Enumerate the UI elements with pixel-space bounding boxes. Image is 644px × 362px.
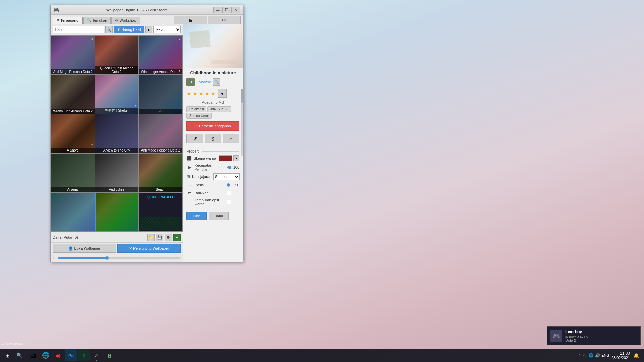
wallpaper-label: Beach (139, 187, 182, 192)
clock-area[interactable]: 21:30 23/02/2021 (611, 351, 630, 360)
position-icon: ↔ (186, 182, 193, 188)
settings-button[interactable]: ⚙ (208, 16, 241, 24)
playlist-save-button[interactable]: 💾 (156, 234, 163, 241)
wallpaper-item[interactable]: Arsenal (51, 154, 95, 192)
minimize-button[interactable]: — (213, 7, 222, 13)
color-swatch[interactable] (219, 155, 232, 161)
playlist-add-button[interactable]: + (173, 234, 181, 241)
title-bar: 🎮 Wallpaper Engine 1.5.2 - Edisi Steam —… (51, 5, 243, 15)
star-4: ★ (205, 90, 209, 97)
position-control: 50 (227, 183, 239, 187)
taskbar-item-file-explorer[interactable]: 🗂 (27, 349, 39, 361)
flip-control (227, 191, 239, 195)
wallpaper-item[interactable]: ✦ デデデ！Shelter (95, 75, 139, 114)
ok-button[interactable]: Oke (186, 212, 207, 220)
open-wallpaper-button[interactable]: 👤 Buka Wallpaper (53, 244, 116, 253)
wallpaper-badge: ♥ (91, 37, 93, 41)
search-author-button[interactable]: 🔍 (213, 78, 220, 86)
monitor-button[interactable]: 🖥 (174, 16, 207, 24)
tray-icon-network[interactable]: 🌐 (588, 353, 593, 358)
refresh-button[interactable]: ↺ (186, 134, 203, 143)
edit-wallpaper-button[interactable]: ✕ Penyunting Wallpaper (117, 244, 181, 253)
color-dropdown-button[interactable]: ▼ (233, 155, 239, 161)
wallpaper-item[interactable]: Beach (139, 154, 182, 192)
maximize-button[interactable]: ☐ (222, 7, 231, 13)
align-select[interactable]: Sampul Regangkan Penuhi Sesuaikan (213, 173, 240, 180)
wallpaper-item[interactable]: 2B (139, 75, 182, 114)
wallpaper-label: A view to The City (95, 148, 139, 153)
taskbar-search-button[interactable]: 🔍 (13, 350, 25, 361)
clock-time: 21:30 (611, 351, 630, 356)
scrollbar[interactable] (241, 89, 243, 156)
search-button[interactable]: 🔍 (105, 26, 113, 33)
wallpaper-item[interactable]: Anti Mage Persona Dota 2 ♥ (51, 36, 95, 74)
wallpaper-badge: ♥ (179, 37, 181, 41)
wallpaper-label: Audiophile (95, 187, 139, 192)
filter-button[interactable]: ▼ Saring hasil (114, 26, 144, 33)
tab-discover[interactable]: 🔍 Temukan (83, 17, 111, 24)
wallpaper-item[interactable]: Queen Of Pain Arcana Dota 2 (95, 36, 139, 74)
scrollbar-thumb[interactable] (241, 89, 243, 103)
start-button[interactable]: ⊞ (1, 349, 13, 361)
tray-lang[interactable]: ENG (601, 353, 609, 357)
show-hidden-button[interactable]: ^ (578, 354, 580, 357)
wallpaper-item[interactable]: A view to The City (95, 114, 139, 153)
tab-discover-label: Temukan (92, 18, 107, 22)
wallpaper-item[interactable]: ✦ A Shore (51, 114, 95, 153)
wallpaper-item[interactable]: Wraith King Arcana Dota 2 (51, 75, 95, 114)
speed-slider[interactable] (227, 165, 230, 170)
taskbar-item-steam[interactable]: ♨ (91, 349, 103, 361)
search-input[interactable] (53, 26, 104, 33)
taskbar-item-browser[interactable]: 🌐 (40, 349, 52, 361)
playlist-settings-button[interactable]: ⚙ (165, 234, 172, 241)
action-buttons: ↺ ⎘ ⚠ (183, 133, 243, 145)
position-slider[interactable] (227, 183, 230, 187)
cancel-button[interactable]: Batal (209, 212, 229, 220)
position-thumb[interactable] (227, 183, 230, 187)
wallpaper-item[interactable]: Audiophile (95, 154, 139, 192)
watermark: tumblergrosir (2, 341, 23, 345)
title-bar-buttons: — ☐ ✕ (213, 7, 240, 13)
taskbar-item-photoshop[interactable]: Ps (65, 349, 77, 361)
playlist-folder-button[interactable]: 📁 (147, 234, 155, 241)
unsubscribe-button[interactable]: ✕ Berhenti langganan (186, 121, 239, 131)
wallpaper-label: デデデ！Shelter (95, 108, 139, 114)
ok-cancel-row: Oke Batal (183, 209, 243, 222)
tab-bar: ⊕ Terpasang 🔍 Temukan ⚙ Workshop 🖥 ⚙ (51, 15, 243, 24)
color-scheme-icon: ⬛ (186, 155, 192, 161)
tab-installed[interactable]: ⊕ Terpasang (53, 17, 83, 24)
speed-label: Kecepatan Pemutar (195, 163, 225, 171)
brightness-slider[interactable] (58, 256, 181, 260)
filter-label: Saring hasil (122, 27, 141, 32)
tab-workshop[interactable]: ⚙ Workshop (111, 17, 140, 24)
notification-button[interactable]: 🔔 (632, 350, 640, 361)
align-icon: ⊞ (186, 174, 190, 180)
close-button[interactable]: ✕ (231, 7, 240, 13)
color-scheme-control: ▼ (219, 155, 239, 161)
color-options-checkbox[interactable] (227, 200, 231, 204)
align-label: Kesejajaran (192, 175, 211, 179)
speed-thumb[interactable] (228, 166, 231, 169)
flip-checkbox[interactable] (227, 191, 231, 195)
window-title: Wallpaper Engine 1.5.2 - Edisi Steam (60, 8, 213, 12)
wallpaper-item-selected[interactable] (95, 193, 139, 231)
alert-button[interactable]: ⚠ (223, 134, 239, 143)
star-1: ★ (186, 90, 191, 97)
taskbar-item-task-manager[interactable]: ▦ (103, 349, 115, 361)
taskbar-item-chrome[interactable]: ◉ (52, 349, 64, 361)
favorite-button[interactable]: ♥ (218, 89, 227, 98)
copy-button[interactable]: ⎘ (205, 134, 221, 143)
tray-icon-alert[interactable]: △ (581, 353, 587, 358)
sort-arrow-button[interactable]: ▲ (145, 26, 152, 33)
taskbar-item-excel[interactable]: X (78, 349, 90, 361)
tray-icon-volume[interactable]: 🔊 (595, 353, 600, 358)
cue-pattern (140, 217, 181, 230)
sort-select[interactable]: Favorit Terbaru Terpopuler (153, 26, 181, 33)
author-name[interactable]: Dynamic (197, 80, 211, 84)
wallpaper-item[interactable]: Windranger Arcana Dota 2 ♥ (139, 36, 182, 74)
wallpaper-item-cue[interactable]: ⬡ CUE ENABLED (139, 193, 182, 231)
wallpaper-item[interactable] (51, 193, 95, 231)
wallpaper-item[interactable]: Anti Mage Persona Dota 2 (139, 114, 182, 153)
brightness-thumb[interactable] (105, 256, 109, 260)
left-panel: 🔍 ▼ Saring hasil ▲ Favorit Terbaru Terpo… (51, 24, 183, 262)
